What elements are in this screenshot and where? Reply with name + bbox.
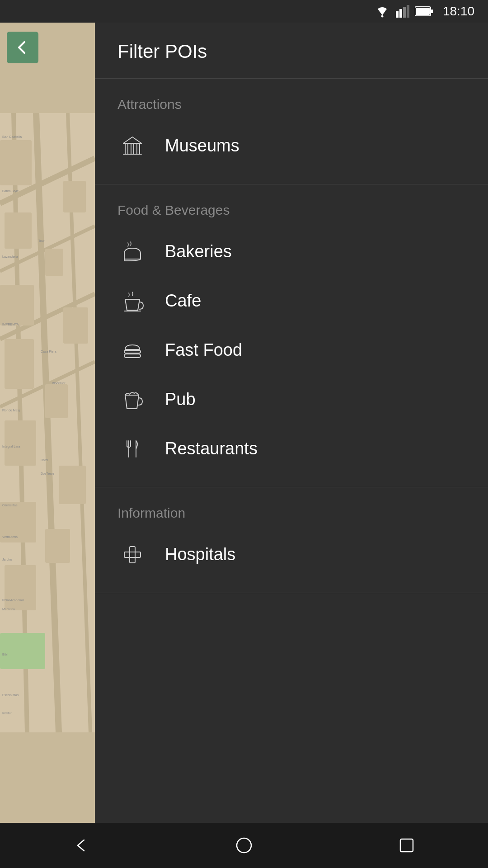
cafe-label: Cafe: [165, 291, 201, 311]
svg-rect-18: [63, 181, 86, 212]
nav-home-button[interactable]: [230, 832, 258, 859]
svg-rect-7: [416, 8, 430, 15]
nav-recent-icon: [398, 836, 416, 854]
nav-back-button[interactable]: [68, 832, 95, 859]
nav-home-icon: [234, 835, 254, 855]
svg-point-65: [237, 838, 251, 853]
map-background: Bar Castells Barna Style Lavanderia Tour…: [0, 23, 95, 823]
pub-icon: [117, 385, 147, 414]
svg-rect-16: [0, 140, 32, 185]
museum-label: Museums: [165, 136, 239, 156]
menu-item-bakeries[interactable]: Bakeries: [95, 227, 488, 276]
svg-rect-24: [45, 384, 68, 418]
cafe-icon: [117, 286, 147, 316]
status-icons: 18:10: [374, 4, 474, 19]
svg-rect-63: [130, 547, 135, 563]
main-container: Bar Castells Barna Style Lavanderia Tour…: [0, 23, 488, 823]
svg-rect-21: [5, 339, 34, 389]
bakeries-label: Bakeries: [165, 242, 232, 261]
section-information: Information Hospitals: [95, 487, 488, 593]
back-button[interactable]: [7, 32, 38, 63]
svg-rect-54: [137, 143, 140, 154]
svg-rect-52: [125, 143, 128, 154]
fastfood-label: Fast Food: [165, 340, 242, 360]
svg-text:Flor de Maig: Flor de Maig: [2, 409, 20, 412]
svg-marker-51: [123, 137, 141, 143]
svg-text:Integral Lara: Integral Lara: [2, 445, 20, 448]
svg-rect-20: [45, 249, 63, 276]
filter-panel: Filter POIs Attractions Museums: [95, 23, 488, 823]
nav-back-icon: [72, 836, 90, 854]
svg-rect-4: [407, 5, 409, 18]
svg-rect-29: [0, 633, 45, 669]
svg-text:Biocenter: Biocenter: [52, 382, 66, 385]
wifi-icon: [374, 5, 390, 18]
nav-recent-button[interactable]: [393, 832, 420, 859]
svg-text:Lavanderia: Lavanderia: [2, 255, 18, 258]
svg-text:Carmelitas: Carmelitas: [2, 504, 18, 507]
svg-text:Bar Castells: Bar Castells: [2, 135, 22, 139]
svg-rect-26: [59, 466, 86, 504]
battery-icon: [415, 6, 433, 17]
map-panel: Bar Castells Barna Style Lavanderia Tour…: [0, 23, 95, 823]
svg-rect-17: [5, 212, 32, 249]
svg-text:Medicina: Medicina: [2, 608, 15, 611]
svg-rect-22: [63, 307, 88, 344]
hospital-icon: [117, 540, 147, 569]
menu-item-hospitals[interactable]: Hospitals: [95, 530, 488, 579]
signal-icon: [396, 5, 409, 18]
nav-bar: [0, 823, 488, 868]
svg-text:Tour: Tour: [38, 239, 45, 242]
status-bar: 18:10: [0, 0, 488, 23]
section-attractions: Attractions Museums: [95, 79, 488, 184]
svg-rect-66: [400, 839, 413, 852]
svg-text:IMPREMTA: IMPREMTA: [2, 323, 19, 326]
bakery-icon: [117, 237, 147, 266]
svg-rect-1: [396, 11, 399, 18]
menu-item-museums[interactable]: Museums: [95, 121, 488, 170]
svg-rect-27: [5, 565, 36, 610]
section-title-food: Food & Beverages: [95, 198, 488, 227]
restaurants-label: Restaurants: [165, 439, 258, 458]
svg-rect-2: [399, 9, 402, 18]
svg-rect-19: [0, 285, 34, 326]
svg-text:Jardins: Jardins: [2, 558, 13, 561]
svg-rect-23: [5, 420, 36, 466]
menu-item-pub[interactable]: Pub: [95, 375, 488, 424]
svg-text:Barna Style: Barna Style: [2, 189, 19, 193]
svg-text:Vermuteria: Vermuteria: [2, 535, 18, 538]
pub-label: Pub: [165, 390, 196, 409]
svg-text:Casa Piera: Casa Piera: [41, 350, 56, 353]
svg-text:Escola Mas: Escola Mas: [2, 693, 19, 697]
back-arrow-icon: [14, 39, 31, 56]
menu-item-restaurants[interactable]: Restaurants: [95, 424, 488, 473]
svg-text:Reial Academia: Reial Academia: [2, 599, 24, 602]
svg-rect-28: [45, 529, 70, 563]
restaurant-icon: [117, 434, 147, 463]
svg-rect-6: [431, 9, 433, 13]
filter-title: Filter POIs: [117, 41, 465, 62]
section-title-attractions: Attractions: [95, 92, 488, 121]
svg-text:Bibl: Bibl: [2, 653, 8, 656]
svg-text:Hotel: Hotel: [41, 458, 48, 462]
section-title-information: Information: [95, 501, 488, 530]
svg-rect-64: [124, 552, 141, 557]
menu-item-cafe[interactable]: Cafe: [95, 276, 488, 326]
svg-text:DosTrece: DosTrece: [41, 472, 54, 475]
svg-text:Institut: Institut: [2, 712, 12, 715]
filter-header: Filter POIs: [95, 23, 488, 79]
hospitals-label: Hospitals: [165, 545, 235, 564]
svg-rect-3: [403, 7, 406, 18]
svg-point-0: [381, 15, 383, 18]
fastfood-icon: [117, 335, 147, 365]
svg-rect-57: [124, 350, 141, 353]
svg-rect-58: [124, 354, 141, 358]
section-food-beverages: Food & Beverages Bakeries: [95, 184, 488, 487]
museum-icon: [117, 131, 147, 160]
svg-rect-53: [131, 143, 134, 154]
status-time: 18:10: [443, 4, 474, 19]
menu-item-fast-food[interactable]: Fast Food: [95, 326, 488, 375]
